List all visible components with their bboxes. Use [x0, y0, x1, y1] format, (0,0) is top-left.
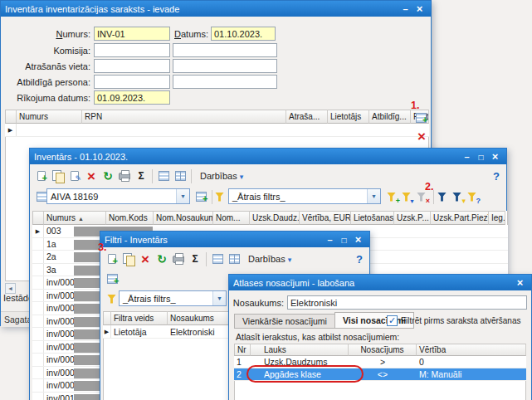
combo-dropdown-icon[interactable] — [176, 189, 189, 203]
w2-col-uzsk-p[interactable]: Uzsk.P... — [394, 211, 431, 225]
delete-filter-button[interactable] — [137, 251, 154, 267]
help-button[interactable]: ? — [356, 253, 366, 266]
w1-col-rpn[interactable]: RPN — [82, 110, 286, 124]
apply-filter-icon — [401, 192, 412, 202]
views-button[interactable] — [104, 271, 120, 287]
card-view-icon — [229, 254, 240, 264]
print-button[interactable] — [116, 168, 133, 184]
w2-col-numurs[interactable]: Numurs — [44, 211, 106, 225]
darbibas-button[interactable]: Darbības — [242, 251, 297, 267]
filtret-pirms-checkbox[interactable] — [387, 315, 398, 326]
refresh-button[interactable] — [100, 168, 116, 184]
close-icon[interactable] — [412, 2, 427, 15]
w2-col-uzsk-part-piezimes[interactable]: Uzsk.Part.Piezī... — [431, 211, 489, 225]
numurs-label: Numurs: — [7, 27, 90, 41]
w2-col-nom-kods[interactable]: Nom.Kods — [106, 211, 154, 225]
tab-vienkarsi-nosacijumi[interactable]: Vienkāršie nosacījumi — [234, 314, 334, 329]
window1-titlebar[interactable]: Inventāra inventarizācijas saraksts - ie… — [1, 1, 431, 17]
pick-from-list-button[interactable] — [412, 110, 429, 126]
window4-titlebar[interactable]: Atlases nosacījumi - labošana — [229, 275, 531, 290]
filter-combobox[interactable]: _Ātrais filtrs_ — [228, 188, 381, 204]
quick-filter-button[interactable] — [212, 188, 228, 205]
delete-row-icon — [417, 129, 426, 144]
print-button[interactable] — [170, 251, 187, 267]
filter-combobox[interactable]: _Ātrais filtrs_ — [119, 290, 227, 306]
w2-col-lietosanas[interactable]: Lietošanas L... — [351, 211, 394, 225]
atbildiga-persona-code-field[interactable] — [94, 75, 170, 89]
combo-dropdown-icon[interactable] — [367, 189, 380, 203]
combo-dropdown-icon[interactable] — [212, 291, 226, 305]
add-view-button[interactable] — [193, 188, 209, 205]
copy-filter-button[interactable] — [120, 251, 137, 267]
close-icon[interactable] — [351, 233, 365, 246]
w2-col-nom-nosaukums[interactable]: Nom.Nosaukums — [154, 211, 213, 225]
annotation-step-3: 3. — [98, 241, 106, 253]
datums-field[interactable]: 01.10.2023. — [211, 27, 276, 41]
delete-filter-icon — [141, 252, 149, 266]
w2-selector-header[interactable] — [32, 211, 44, 225]
sum-button[interactable] — [187, 251, 203, 267]
apply-filter-button[interactable] — [398, 188, 415, 205]
w1-col-atrasanas[interactable]: Atraša... — [286, 110, 328, 124]
w2-col-uzsk-daudzums[interactable]: Uzsk.Daudz... — [250, 211, 300, 225]
copy-record-button[interactable] — [50, 168, 66, 184]
view-combobox[interactable]: AIVA 18169 — [46, 188, 190, 204]
edit-record-button[interactable] — [66, 168, 83, 184]
delete-record-button[interactable] — [83, 168, 100, 184]
saved-filters-button[interactable] — [434, 188, 451, 205]
w1-col-numurs[interactable]: Numurs — [17, 110, 82, 124]
new-record-button[interactable] — [33, 168, 50, 184]
nosaukums-field[interactable]: Elektroniski — [287, 295, 527, 310]
w4-col-vertiba[interactable]: Vērtība — [417, 344, 526, 356]
w1-table-row[interactable] — [5, 124, 429, 137]
komisija-name-field[interactable] — [173, 43, 277, 57]
atrasanas-vieta-code-field[interactable] — [94, 59, 170, 73]
window2-titlebar[interactable]: Inventārs - 01.10.2023. — [30, 149, 506, 164]
w2-col-vertiba[interactable]: Vērtība, EUR — [300, 211, 351, 225]
minimize-icon[interactable] — [460, 150, 474, 163]
komisija-code-field[interactable] — [94, 43, 170, 57]
add-filter-button[interactable] — [383, 188, 400, 205]
w1-col-lietotajs[interactable]: Lietotājs — [328, 110, 369, 124]
grid-view-button[interactable] — [155, 168, 172, 184]
filter-help-button[interactable] — [464, 188, 481, 205]
close-icon[interactable] — [488, 150, 502, 163]
w4-col-nr[interactable]: Nr — [234, 344, 251, 356]
grid-view-button[interactable] — [209, 251, 226, 267]
minimize-icon[interactable] — [398, 2, 412, 15]
minimize-icon[interactable] — [323, 233, 337, 246]
w2-col-ieg[interactable]: Ieg... — [489, 211, 505, 225]
maximize-icon[interactable] — [474, 150, 488, 163]
help-button[interactable]: ? — [493, 170, 503, 183]
w4-col-nosacijums[interactable]: Nosacījums — [349, 344, 417, 356]
maximize-icon[interactable] — [337, 233, 351, 246]
add-filter-icon — [386, 192, 398, 202]
delete-row-button[interactable] — [413, 128, 430, 144]
w1-col-atbildigais[interactable]: Atbildīg... — [369, 110, 411, 124]
atrasanas-vieta-name-field[interactable] — [173, 59, 277, 73]
close-icon[interactable] — [513, 276, 527, 289]
sum-button[interactable] — [133, 168, 149, 184]
w3-col-filtra-veids[interactable]: Filtra veids — [111, 311, 168, 325]
filter-settings-icon — [451, 192, 463, 202]
toolbar-separator — [152, 169, 153, 183]
atbildiga-persona-name-field[interactable] — [173, 75, 277, 89]
filter-settings-button[interactable] — [449, 188, 466, 205]
window3-titlebar[interactable]: Filtri - Inventārs — [100, 232, 369, 247]
new-filter-button[interactable] — [104, 251, 120, 267]
w4-col-lauks[interactable]: Lauks — [251, 344, 349, 356]
darbibas-label: Darbības — [200, 171, 237, 181]
quick-filter-button[interactable] — [104, 290, 120, 307]
card-view-button[interactable] — [172, 168, 188, 184]
w1-selector-header[interactable] — [5, 110, 17, 124]
card-view-button[interactable] — [226, 251, 242, 267]
w3-selector-header[interactable] — [103, 311, 111, 325]
row-selector — [32, 367, 44, 379]
darbibas-button[interactable]: Darbības — [194, 168, 249, 184]
numurs-field[interactable]: INV-01 — [94, 27, 170, 41]
w2-col-nom[interactable]: Nom... — [213, 211, 250, 225]
cell-vertiba: M: Manuāli — [417, 369, 526, 379]
edit-record-icon — [71, 171, 79, 181]
refresh-button[interactable] — [154, 251, 170, 267]
rikojuma-datums-field[interactable]: 01.09.2023. — [94, 90, 170, 105]
